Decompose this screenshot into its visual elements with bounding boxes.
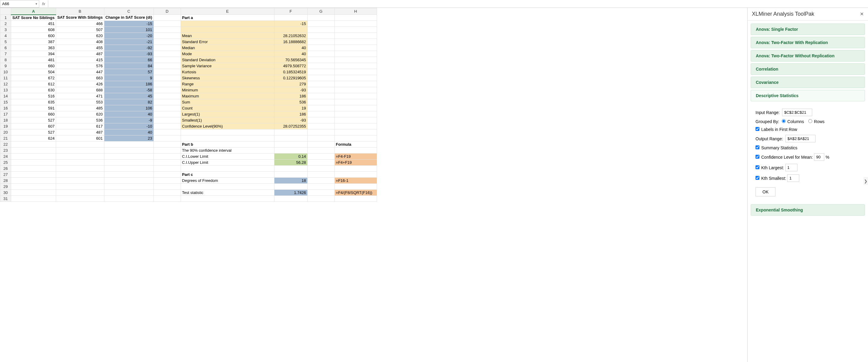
row-header-22[interactable]: 22 xyxy=(0,142,11,148)
cell-H30[interactable]: =F4/(F8/SQRT(F16)) xyxy=(335,190,377,196)
cell-E16[interactable]: Count xyxy=(181,105,274,111)
cell-H20[interactable] xyxy=(335,129,377,135)
cell-D27[interactable] xyxy=(154,172,181,178)
cell-C29[interactable] xyxy=(104,184,154,190)
cell-H27[interactable] xyxy=(335,172,377,178)
cell-B24[interactable] xyxy=(56,154,104,159)
cell-C15[interactable]: 82 xyxy=(104,99,154,105)
confidence-level-checkbox[interactable]: Confidence Level for Mean: xyxy=(755,155,813,159)
cell-D23[interactable] xyxy=(154,148,181,154)
cell-D6[interactable] xyxy=(154,45,181,51)
row-header-19[interactable]: 19 xyxy=(0,123,11,129)
cell-D14[interactable] xyxy=(154,93,181,99)
row-header-4[interactable]: 4 xyxy=(0,33,11,39)
cell-D7[interactable] xyxy=(154,51,181,57)
cell-G24[interactable] xyxy=(307,154,335,159)
cell-C26[interactable] xyxy=(104,165,154,172)
cell-A15[interactable]: 635 xyxy=(11,99,56,105)
cell-B5[interactable]: 408 xyxy=(56,39,104,45)
row-header-28[interactable]: 28 xyxy=(0,178,11,184)
cell-F13[interactable]: -93 xyxy=(274,87,307,93)
cell-E9[interactable]: Sample Variance xyxy=(181,63,274,69)
labels-first-row-checkbox[interactable]: Labels in First Row xyxy=(755,127,797,132)
cell-A22[interactable] xyxy=(11,142,56,148)
row-header-17[interactable]: 17 xyxy=(0,111,11,117)
cell-D31[interactable] xyxy=(154,196,181,202)
chevron-right-icon[interactable]: ❯ xyxy=(864,177,868,185)
cell-F19[interactable]: 28.07252355 xyxy=(274,123,307,129)
cell-A14[interactable]: 516 xyxy=(11,93,56,99)
cell-H14[interactable] xyxy=(335,93,377,99)
cell-B6[interactable]: 455 xyxy=(56,45,104,51)
cell-F2[interactable]: -15 xyxy=(274,21,307,27)
cell-C12[interactable]: 186 xyxy=(104,81,154,87)
cell-F10[interactable]: 0.185324519 xyxy=(274,69,307,75)
cell-D2[interactable] xyxy=(154,21,181,27)
cell-F28[interactable]: 18 xyxy=(274,178,307,184)
cell-A2[interactable]: 451 xyxy=(11,21,56,27)
cell-A26[interactable] xyxy=(11,165,56,172)
cell-F11[interactable]: 0.122919605 xyxy=(274,75,307,81)
cell-C3[interactable]: 101 xyxy=(104,27,154,33)
cell-B7[interactable]: 487 xyxy=(56,51,104,57)
cell-E7[interactable]: Mode xyxy=(181,51,274,57)
cell-C14[interactable]: 45 xyxy=(104,93,154,99)
cell-H21[interactable] xyxy=(335,135,377,142)
cell-H25[interactable]: =F4+F19 xyxy=(335,159,377,165)
cell-B22[interactable] xyxy=(56,142,104,148)
cell-H26[interactable] xyxy=(335,165,377,172)
cell-B8[interactable]: 415 xyxy=(56,57,104,63)
cell-D25[interactable] xyxy=(154,159,181,165)
cell-D4[interactable] xyxy=(154,33,181,39)
cell-G22[interactable] xyxy=(307,142,335,148)
cell-C16[interactable]: 106 xyxy=(104,105,154,111)
cell-C4[interactable]: -20 xyxy=(104,33,154,39)
close-icon[interactable]: ✕ xyxy=(860,11,864,17)
cell-A6[interactable]: 363 xyxy=(11,45,56,51)
cell-C17[interactable]: 40 xyxy=(104,111,154,117)
cell-E11[interactable]: Skewness xyxy=(181,75,274,81)
cell-E27[interactable]: Part c xyxy=(181,172,274,178)
row-header-1[interactable]: 1 xyxy=(0,15,11,21)
cell-D21[interactable] xyxy=(154,135,181,142)
cell-D3[interactable] xyxy=(154,27,181,33)
cell-C13[interactable]: -58 xyxy=(104,87,154,93)
cell-G13[interactable] xyxy=(307,87,335,93)
cell-D1[interactable] xyxy=(154,15,181,21)
cell-C11[interactable]: 9 xyxy=(104,75,154,81)
cell-A20[interactable]: 527 xyxy=(11,129,56,135)
cell-H29[interactable] xyxy=(335,184,377,190)
cell-C23[interactable] xyxy=(104,148,154,154)
cell-E4[interactable]: Mean xyxy=(181,33,274,39)
cell-G28[interactable] xyxy=(307,178,335,184)
cell-G12[interactable] xyxy=(307,81,335,87)
summary-stats-checkbox[interactable]: Summary Statistics xyxy=(755,145,798,150)
row-header-13[interactable]: 13 xyxy=(0,87,11,93)
cell-F1[interactable] xyxy=(274,15,307,21)
cell-G9[interactable] xyxy=(307,63,335,69)
cell-F27[interactable] xyxy=(274,172,307,178)
cell-F12[interactable]: 279 xyxy=(274,81,307,87)
cell-D12[interactable] xyxy=(154,81,181,87)
cell-C8[interactable]: 66 xyxy=(104,57,154,63)
cell-E23[interactable]: The 90% confidence interval xyxy=(181,148,274,154)
cell-F5[interactable]: 16.18886682 xyxy=(274,39,307,45)
cell-E5[interactable]: Standard Error xyxy=(181,39,274,45)
cell-D22[interactable] xyxy=(154,142,181,148)
cell-A19[interactable]: 607 xyxy=(11,123,56,129)
cell-E8[interactable]: Standard Deviation xyxy=(181,57,274,63)
col-header-F[interactable]: F xyxy=(274,8,307,15)
row-header-18[interactable]: 18 xyxy=(0,117,11,123)
cell-F18[interactable]: -93 xyxy=(274,117,307,123)
cell-F25[interactable]: 56.28 xyxy=(274,159,307,165)
row-header-29[interactable]: 29 xyxy=(0,184,11,190)
col-header-H[interactable]: H xyxy=(335,8,377,15)
cell-B26[interactable] xyxy=(56,165,104,172)
row-header-24[interactable]: 24 xyxy=(0,154,11,159)
cell-F16[interactable]: 19 xyxy=(274,105,307,111)
cell-D18[interactable] xyxy=(154,117,181,123)
cell-E28[interactable]: Degrees of Freedom xyxy=(181,178,274,184)
cell-A1[interactable]: SAT Score No Siblings xyxy=(11,15,56,21)
cell-C30[interactable] xyxy=(104,190,154,196)
cell-F17[interactable]: 186 xyxy=(274,111,307,117)
